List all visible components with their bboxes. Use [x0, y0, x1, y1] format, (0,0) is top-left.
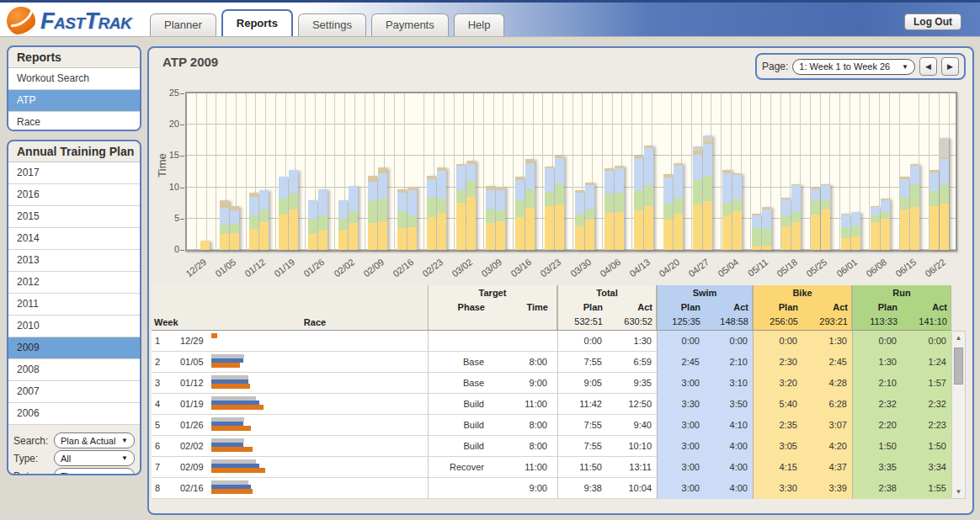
table-scrollbar[interactable]: ▲ ▼ [951, 331, 966, 499]
bike-act-value: 3:07 [802, 415, 852, 436]
target-time-label: Time [495, 302, 558, 312]
log-out-button[interactable]: Log Out [904, 13, 961, 30]
minibar-actual [211, 384, 250, 389]
segment-swim [663, 178, 673, 204]
segment-swim [486, 190, 495, 210]
year-item-2013[interactable]: 2013 [8, 250, 140, 272]
y-tick-5: 5 [159, 213, 179, 223]
segment-bike [881, 219, 890, 250]
segment-bike [940, 204, 949, 250]
segment-swim [437, 171, 446, 199]
segment-bike [338, 231, 348, 250]
chart-bar-plan-06-08 [871, 206, 880, 250]
scroll-up-icon[interactable]: ▲ [952, 334, 965, 342]
segment-bike [821, 210, 830, 250]
target-phase-label: Phase [429, 302, 495, 312]
year-item-2012[interactable]: 2012 [8, 272, 140, 294]
segment-bike [427, 217, 436, 250]
segment-run [308, 219, 317, 233]
segment-run [752, 228, 761, 247]
sidebar-item-atp[interactable]: ATP [8, 90, 140, 112]
reports-panel: Reports Workout SearchATPRace [7, 45, 141, 131]
scroll-down-icon[interactable]: ▼ [952, 488, 965, 496]
tab-planner[interactable]: Planner [150, 13, 216, 36]
year-item-2014[interactable]: 2014 [8, 228, 140, 250]
table-row-week-7: 702/09Recover11:0011:5013:113:004:004:15… [152, 457, 951, 478]
year-item-2006[interactable]: 2006 [8, 403, 140, 425]
caret-down-icon: ▼ [902, 63, 908, 71]
tab-payments[interactable]: Payments [371, 13, 449, 36]
scrollbar-thumb[interactable] [954, 348, 963, 385]
segment-run [397, 211, 407, 228]
caret-down-icon: ▼ [121, 472, 128, 475]
sidebar-item-race[interactable]: Race [8, 112, 140, 131]
year-item-2010[interactable]: 2010 [8, 316, 140, 337]
caret-down-icon: ▼ [121, 454, 128, 462]
page-prev-button[interactable]: ◀ [919, 57, 937, 76]
filter-select-data-[interactable]: Time▼ [54, 468, 135, 475]
page-select-dropdown[interactable]: 1: Week 1 to Week 26 ▼ [792, 59, 915, 75]
week-number: 2 [155, 352, 172, 373]
page: FASTTRAK PlannerReportsSettingsPaymentsH… [0, 0, 980, 520]
chart-bar-actual-03-16 [525, 159, 535, 250]
segment-swim [220, 208, 229, 225]
chart-bar-plan-01-05 [220, 200, 229, 250]
year-item-2017[interactable]: 2017 [8, 162, 140, 184]
x-label-03-30: 03/30 [556, 257, 593, 289]
segment-swim [575, 193, 584, 214]
y-tickmark [180, 188, 184, 188]
segment-bike [871, 222, 880, 250]
segment-swim [811, 189, 820, 200]
year-item-2007[interactable]: 2007 [8, 381, 140, 403]
chart-bar-actual-01-26 [318, 189, 328, 250]
bike-plan-value: 2:35 [753, 415, 802, 436]
segment-swim [821, 185, 830, 200]
segment-swim [515, 180, 525, 200]
year-item-2016[interactable]: 2016 [8, 184, 140, 206]
segment-swim [525, 163, 535, 189]
year-item-2015[interactable]: 2015 [8, 206, 140, 228]
chart-bar-plan-03-09 [486, 186, 495, 250]
year-item-2011[interactable]: 2011 [8, 294, 140, 316]
bike-act-value: 6:28 [802, 394, 852, 415]
page-next-button[interactable]: ▶ [941, 57, 959, 76]
y-tick-20: 20 [159, 119, 179, 129]
page-selector: Page: 1: Week 1 to Week 26 ▼ ◀ ▶ [755, 53, 966, 80]
table-header: Week Race Target Phase Time Total Plan A… [152, 285, 951, 331]
brand-part: F [40, 8, 54, 34]
filter-select-type-[interactable]: All▼ [54, 450, 135, 466]
segment-run [929, 191, 939, 206]
segment-swim [900, 179, 909, 198]
year-item-2009[interactable]: 2009 [8, 337, 140, 359]
swim-act-label: Act [706, 302, 754, 312]
run-act-value: 3:34 [902, 457, 951, 478]
segment-other [220, 200, 229, 208]
sidebar-item-workout-search[interactable]: Workout Search [8, 68, 140, 90]
page-selector-label: Page: [762, 61, 788, 72]
race-minibar-chart [211, 417, 251, 431]
swim-act-value: 2:10 [705, 352, 753, 373]
segment-run [615, 193, 624, 213]
tab-reports[interactable]: Reports [221, 9, 293, 36]
segment-swim [910, 166, 919, 184]
page-title: ATP 2009 [162, 55, 218, 69]
chart-bar-plan-03-16 [515, 177, 525, 250]
minibar-actual [211, 468, 265, 473]
year-item-2008[interactable]: 2008 [8, 359, 140, 381]
segment-swim [308, 200, 317, 219]
segment-extra [703, 135, 712, 141]
segment-swim [791, 185, 801, 211]
brand-part: RAK [99, 14, 132, 33]
segment-bike [605, 213, 614, 250]
run-plan-value: 0:00 [852, 331, 902, 352]
segment-other [378, 167, 387, 173]
segment-run [220, 225, 229, 234]
top-tabs: PlannerReportsSettingsPaymentsHelp [150, 9, 504, 36]
total-act-label: Act [608, 302, 658, 312]
tab-help[interactable]: Help [454, 13, 505, 36]
run-act-label: Act [903, 302, 952, 312]
filter-select-search-[interactable]: Plan & Actual▼ [54, 432, 135, 448]
tab-settings[interactable]: Settings [298, 13, 366, 36]
segment-run [545, 192, 554, 206]
target-time-value: 8:00 [494, 415, 557, 436]
